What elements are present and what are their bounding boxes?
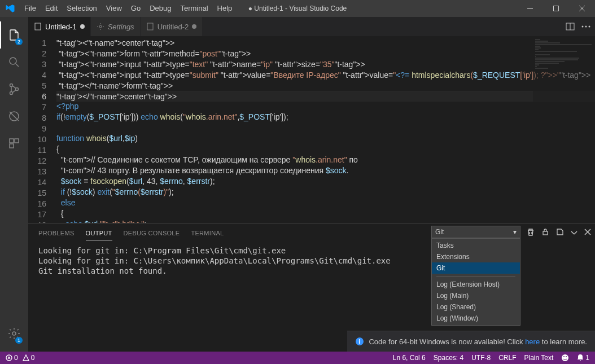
menu-file[interactable]: File (20, 0, 41, 17)
tab-label: Untitled-1 (45, 23, 77, 31)
status-cursor-position[interactable]: Ln 6, Col 6 (393, 354, 426, 362)
activity-search[interactable] (0, 49, 28, 76)
file-icon (146, 23, 154, 30)
file-icon (34, 23, 42, 30)
dropdown-option-log-main[interactable]: Log (Main) (432, 290, 520, 301)
svg-rect-7 (10, 139, 14, 143)
status-notifications[interactable]: 1 (577, 354, 589, 362)
vscode-logo-icon (0, 3, 20, 14)
close-panel-icon[interactable] (584, 228, 592, 236)
menu-terminal[interactable]: Terminal (176, 0, 212, 17)
tab-label: Untitled-2 (158, 23, 189, 31)
modified-indicator-icon (192, 24, 196, 29)
minimap[interactable] (533, 37, 595, 223)
panel-tab-terminal[interactable]: TERMINAL (191, 230, 224, 236)
dropdown-option-log-shared[interactable]: Log (Shared) (432, 301, 520, 313)
svg-point-5 (16, 88, 19, 91)
output-channel-select[interactable]: Git ▾ (431, 226, 520, 238)
open-log-icon[interactable] (555, 227, 565, 236)
status-indentation[interactable]: Spaces: 4 (434, 354, 463, 362)
output-channel-dropdown: Tasks Extensions Git Log (Extension Host… (431, 238, 520, 326)
menu-edit[interactable]: Edit (41, 0, 62, 17)
line-numbers-gutter: 123456789101112131415161718 (28, 37, 56, 223)
svg-rect-18 (543, 231, 548, 235)
explorer-badge: 2 (15, 38, 23, 45)
dropdown-option-tasks[interactable]: Tasks (432, 240, 520, 251)
svg-point-12 (99, 25, 102, 28)
activity-explorer[interactable]: 2 (0, 21, 28, 49)
menu-debug[interactable]: Debug (145, 0, 176, 17)
maximize-button[interactable] (543, 0, 569, 17)
activity-extensions[interactable] (0, 130, 28, 157)
status-warnings[interactable]: 0 (23, 354, 35, 362)
lock-scroll-icon[interactable] (541, 227, 550, 236)
close-button[interactable] (569, 0, 595, 17)
svg-point-24 (566, 356, 567, 357)
menu-go[interactable]: Go (126, 0, 145, 17)
code-content[interactable]: "t-tag"><"t-name">center"t-tag">> "t-tag… (56, 37, 595, 223)
panel-tab-problems[interactable]: PROBLEMS (38, 230, 75, 236)
svg-text:i: i (359, 338, 361, 345)
status-encoding[interactable]: UTF-8 (471, 354, 491, 362)
activity-settings-gear[interactable]: 1 (0, 320, 28, 347)
info-icon: i (355, 337, 364, 346)
dropdown-option-git[interactable]: Git (432, 262, 520, 274)
svg-rect-11 (35, 23, 41, 30)
gear-icon (97, 23, 104, 30)
menu-bar: File Edit Selection View Go Debug Termin… (20, 0, 237, 17)
code-editor[interactable]: 123456789101112131415161718 "t-tag"><"t-… (28, 37, 595, 223)
select-value: Git (435, 228, 444, 236)
status-errors[interactable]: 0 (6, 354, 18, 362)
dropdown-option-log-window[interactable]: Log (Window) (432, 313, 520, 324)
svg-rect-9 (10, 144, 14, 148)
menu-selection[interactable]: Selection (62, 0, 101, 17)
svg-rect-1 (554, 6, 559, 11)
toast-link[interactable]: here (525, 337, 540, 346)
window-controls (517, 0, 595, 17)
minimize-button[interactable] (517, 0, 543, 17)
svg-rect-8 (15, 139, 19, 143)
modified-indicator-icon (80, 24, 85, 29)
dropdown-separator (436, 276, 515, 277)
chevron-down-icon: ▾ (513, 228, 517, 236)
status-bar: 0 0 Ln 6, Col 6 Spaces: 4 UTF-8 CRLF Pla… (0, 352, 595, 364)
dropdown-option-log-ext-host[interactable]: Log (Extension Host) (432, 279, 520, 290)
tab-settings[interactable]: Settings (91, 17, 141, 36)
window-title: ● Untitled-1 - Visual Studio Code (248, 5, 347, 12)
clear-output-icon[interactable] (526, 227, 535, 236)
tab-untitled-2[interactable]: Untitled-2 (141, 17, 203, 36)
svg-point-10 (12, 332, 16, 335)
gear-badge: 1 (15, 337, 23, 344)
maximize-panel-icon[interactable] (570, 228, 578, 236)
panel-tab-debug-console[interactable]: DEBUG CONSOLE (124, 230, 180, 236)
notification-toast: i Code for 64-bit Windows is now availab… (347, 331, 595, 352)
activity-debug[interactable] (0, 103, 28, 130)
tab-label: Settings (108, 23, 134, 31)
svg-point-15 (582, 26, 584, 28)
svg-point-2 (10, 58, 16, 64)
status-feedback-icon[interactable] (561, 354, 569, 362)
panel-tab-output[interactable]: OUTPUT (86, 230, 112, 240)
svg-point-23 (563, 356, 565, 357)
status-language[interactable]: Plain Text (524, 354, 554, 362)
activity-scm[interactable] (0, 76, 28, 103)
tab-untitled-1[interactable]: Untitled-1 (28, 17, 91, 36)
menu-view[interactable]: View (102, 0, 126, 17)
svg-point-3 (10, 84, 13, 87)
menu-help[interactable]: Help (213, 0, 237, 17)
svg-point-4 (10, 92, 13, 95)
svg-point-22 (562, 354, 568, 361)
titlebar: File Edit Selection View Go Debug Termin… (0, 0, 595, 17)
editor-tabs: Untitled-1 Settings Untitled-2 (28, 17, 595, 37)
svg-rect-0 (527, 8, 533, 9)
svg-rect-13 (147, 23, 153, 30)
svg-point-16 (585, 26, 587, 28)
split-editor-icon[interactable] (566, 22, 575, 31)
status-eol[interactable]: CRLF (498, 354, 516, 362)
svg-point-17 (589, 26, 590, 28)
more-actions-icon[interactable] (581, 25, 590, 28)
toast-text: Code for 64-bit Windows is now available… (369, 337, 587, 346)
activity-bar: 2 1 (0, 17, 28, 352)
panel-tabs: PROBLEMS OUTPUT DEBUG CONSOLE TERMINAL G… (28, 223, 595, 242)
dropdown-option-extensions[interactable]: Extensions (432, 251, 520, 262)
